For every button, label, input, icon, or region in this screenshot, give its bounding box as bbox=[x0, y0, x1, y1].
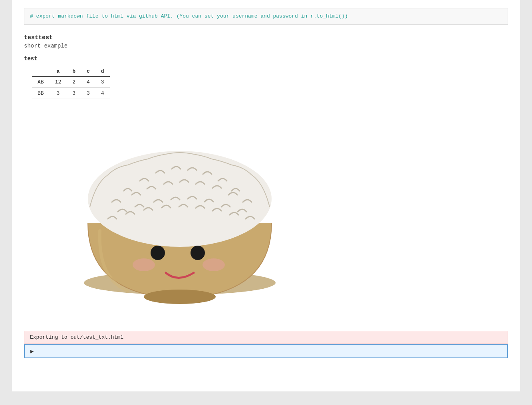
table-cell-row1-a: 12 bbox=[50, 76, 67, 88]
table-cell-row2-a: 3 bbox=[50, 87, 67, 99]
section-label: test bbox=[24, 56, 508, 62]
table-header-row: a b c d bbox=[32, 67, 110, 76]
data-table: a b c d AB 12 2 4 3 BB 3 3 3 bbox=[32, 67, 110, 99]
rice-bowl-container bbox=[76, 111, 508, 315]
table-header-d: d bbox=[95, 67, 110, 76]
table-cell-row2-label: BB bbox=[32, 87, 50, 99]
table-cell-row1-label: AB bbox=[32, 76, 50, 88]
table-cell-row1-b: 2 bbox=[67, 76, 81, 88]
rice-bowl-illustration bbox=[76, 111, 284, 315]
bottom-input-field[interactable] bbox=[36, 348, 502, 354]
export-status-text: Exporting to out/test_txt.html bbox=[30, 334, 123, 340]
svg-point-5 bbox=[133, 258, 155, 271]
svg-point-1 bbox=[144, 290, 216, 304]
table-cell-row2-c: 3 bbox=[81, 87, 95, 99]
table-cell-row2-d: 4 bbox=[95, 87, 110, 99]
table-header-b: b bbox=[67, 67, 81, 76]
table-cell-row2-b: 3 bbox=[67, 87, 81, 99]
page-wrapper: # export markdown file to html via githu… bbox=[0, 0, 532, 391]
table-row: BB 3 3 3 4 bbox=[32, 87, 110, 99]
table-row: AB 12 2 4 3 bbox=[32, 76, 110, 88]
section-subtitle: short example bbox=[24, 43, 508, 49]
table-header-a: a bbox=[50, 67, 67, 76]
code-block: # export markdown file to html via githu… bbox=[24, 8, 508, 25]
svg-point-4 bbox=[191, 246, 205, 260]
main-content: # export markdown file to html via githu… bbox=[12, 0, 520, 391]
svg-point-6 bbox=[202, 258, 225, 271]
bottom-input-area[interactable]: ▶ bbox=[24, 344, 508, 358]
code-comment-text: # export markdown file to html via githu… bbox=[30, 13, 348, 19]
section-title: testtest bbox=[24, 34, 508, 41]
table-header-empty bbox=[32, 67, 50, 76]
table-cell-row1-d: 3 bbox=[95, 76, 110, 88]
table-cell-row1-c: 4 bbox=[81, 76, 95, 88]
table-header-c: c bbox=[81, 67, 95, 76]
export-status-bar: Exporting to out/test_txt.html bbox=[24, 331, 508, 344]
input-prompt-icon: ▶ bbox=[30, 348, 34, 354]
svg-point-3 bbox=[151, 246, 165, 260]
